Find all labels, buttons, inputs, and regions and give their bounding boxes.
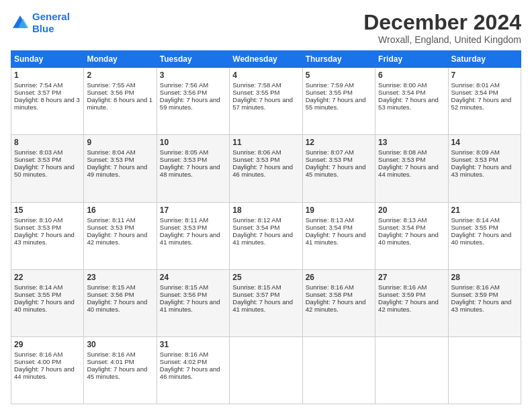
calendar-cell: 14 Sunrise: 8:09 AM Sunset: 3:53 PM Dayl… [448, 135, 521, 202]
sunset-label: Sunset: 4:02 PM [160, 358, 207, 365]
sunrise-label: Sunrise: 7:56 AM [160, 81, 208, 89]
daylight-label: Daylight: 7 hours and 48 minutes. [160, 163, 220, 178]
calendar-cell: 24 Sunrise: 8:15 AM Sunset: 3:56 PM Dayl… [157, 269, 229, 336]
sunset-label: Sunset: 3:56 PM [160, 89, 207, 96]
daylight-label: Daylight: 7 hours and 52 minutes. [451, 96, 512, 111]
day-number: 6 [378, 71, 445, 80]
day-header-wednesday: Wednesday [230, 51, 302, 68]
sunrise-label: Sunrise: 7:55 AM [87, 81, 135, 89]
sunset-label: Sunset: 3:56 PM [87, 291, 134, 298]
month-title: December 2024 [363, 11, 521, 34]
calendar-cell: 6 Sunrise: 8:00 AM Sunset: 3:54 PM Dayli… [375, 68, 448, 135]
sunset-label: Sunset: 3:56 PM [160, 291, 207, 298]
sunset-label: Sunset: 3:53 PM [14, 224, 61, 231]
sunrise-label: Sunrise: 8:08 AM [378, 148, 427, 156]
daylight-label: Daylight: 7 hours and 46 minutes. [232, 163, 293, 178]
calendar-week-2: 15 Sunrise: 8:10 AM Sunset: 3:53 PM Dayl… [11, 202, 521, 269]
calendar-week-4: 29 Sunrise: 8:16 AM Sunset: 4:00 PM Dayl… [11, 336, 521, 404]
calendar-cell: 28 Sunrise: 8:16 AM Sunset: 3:59 PM Dayl… [448, 269, 521, 336]
day-number: 12 [306, 138, 372, 147]
calendar-cell: 5 Sunrise: 7:59 AM Sunset: 3:55 PM Dayli… [302, 68, 375, 135]
daylight-label: Daylight: 7 hours and 59 minutes. [160, 96, 220, 111]
daylight-label: Daylight: 7 hours and 41 minutes. [306, 231, 366, 246]
calendar-cell [448, 336, 521, 404]
calendar-week-3: 22 Sunrise: 8:14 AM Sunset: 3:55 PM Dayl… [11, 269, 521, 336]
calendar-cell: 16 Sunrise: 8:11 AM Sunset: 3:53 PM Dayl… [84, 202, 157, 269]
day-number: 13 [378, 138, 445, 147]
daylight-label: Daylight: 7 hours and 50 minutes. [14, 163, 75, 178]
calendar-cell: 22 Sunrise: 8:14 AM Sunset: 3:55 PM Dayl… [11, 269, 84, 336]
sunset-label: Sunset: 3:54 PM [451, 89, 498, 96]
header: General Blue December 2024 Wroxall, Engl… [11, 11, 521, 45]
calendar-cell: 26 Sunrise: 8:16 AM Sunset: 3:58 PM Dayl… [302, 269, 375, 336]
sunrise-label: Sunrise: 8:15 AM [160, 283, 208, 291]
sunset-label: Sunset: 3:53 PM [306, 156, 353, 163]
calendar-cell: 9 Sunrise: 8:04 AM Sunset: 3:53 PM Dayli… [84, 135, 157, 202]
sunset-label: Sunset: 3:53 PM [87, 224, 134, 231]
title-block: December 2024 Wroxall, England, United K… [363, 11, 521, 45]
day-header-saturday: Saturday [448, 51, 521, 68]
sunset-label: Sunset: 3:59 PM [451, 291, 498, 298]
day-number: 29 [14, 340, 81, 349]
sunrise-label: Sunrise: 7:54 AM [14, 81, 62, 89]
location: Wroxall, England, United Kingdom [363, 34, 521, 45]
calendar-cell: 3 Sunrise: 7:56 AM Sunset: 3:56 PM Dayli… [157, 68, 229, 135]
sunset-label: Sunset: 3:54 PM [306, 224, 353, 231]
sunset-label: Sunset: 3:53 PM [232, 156, 279, 163]
daylight-label: Daylight: 7 hours and 45 minutes. [87, 365, 147, 380]
calendar-week-0: 1 Sunrise: 7:54 AM Sunset: 3:57 PM Dayli… [11, 68, 521, 135]
sunset-label: Sunset: 3:55 PM [451, 224, 498, 231]
sunrise-label: Sunrise: 8:14 AM [14, 283, 62, 291]
sunrise-label: Sunrise: 8:04 AM [87, 148, 135, 156]
day-header-friday: Friday [375, 51, 448, 68]
sunrise-label: Sunrise: 8:01 AM [451, 81, 500, 89]
day-header-sunday: Sunday [11, 51, 84, 68]
day-number: 26 [306, 273, 372, 282]
sunrise-label: Sunrise: 8:11 AM [87, 216, 135, 224]
calendar-cell: 1 Sunrise: 7:54 AM Sunset: 3:57 PM Dayli… [11, 68, 84, 135]
calendar-cell: 23 Sunrise: 8:15 AM Sunset: 3:56 PM Dayl… [84, 269, 157, 336]
day-number: 20 [378, 205, 445, 215]
daylight-label: Daylight: 7 hours and 40 minutes. [378, 231, 439, 246]
calendar-cell: 27 Sunrise: 8:16 AM Sunset: 3:59 PM Dayl… [375, 269, 448, 336]
calendar-cell: 21 Sunrise: 8:14 AM Sunset: 3:55 PM Dayl… [448, 202, 521, 269]
day-number: 31 [160, 340, 226, 349]
daylight-label: Daylight: 7 hours and 53 minutes. [378, 96, 439, 111]
sunset-label: Sunset: 4:00 PM [14, 358, 61, 365]
daylight-label: Daylight: 7 hours and 40 minutes. [87, 298, 147, 313]
daylight-label: Daylight: 7 hours and 42 minutes. [87, 231, 147, 246]
day-number: 3 [160, 71, 226, 80]
calendar-cell: 12 Sunrise: 8:07 AM Sunset: 3:53 PM Dayl… [302, 135, 375, 202]
calendar-cell: 30 Sunrise: 8:16 AM Sunset: 4:01 PM Dayl… [84, 336, 157, 404]
sunrise-label: Sunrise: 8:13 AM [378, 216, 427, 224]
sunset-label: Sunset: 3:53 PM [378, 156, 425, 163]
sunrise-label: Sunrise: 8:13 AM [306, 216, 354, 224]
calendar-cell: 11 Sunrise: 8:06 AM Sunset: 3:53 PM Dayl… [230, 135, 302, 202]
logo-text: General Blue [32, 11, 70, 35]
sunrise-label: Sunrise: 7:59 AM [306, 81, 354, 89]
sunset-label: Sunset: 3:55 PM [14, 291, 61, 298]
daylight-label: Daylight: 7 hours and 46 minutes. [160, 365, 220, 380]
day-number: 24 [160, 273, 226, 282]
calendar-cell: 29 Sunrise: 8:16 AM Sunset: 4:00 PM Dayl… [11, 336, 84, 404]
daylight-label: Daylight: 7 hours and 41 minutes. [232, 231, 293, 246]
calendar-cell: 2 Sunrise: 7:55 AM Sunset: 3:56 PM Dayli… [84, 68, 157, 135]
day-number: 25 [232, 273, 299, 282]
day-header-tuesday: Tuesday [157, 51, 229, 68]
daylight-label: Daylight: 8 hours and 1 minute. [87, 96, 152, 111]
day-number: 30 [87, 340, 153, 349]
day-header-thursday: Thursday [302, 51, 375, 68]
day-number: 7 [451, 71, 518, 80]
day-number: 19 [306, 205, 372, 215]
sunset-label: Sunset: 3:57 PM [14, 89, 61, 96]
sunset-label: Sunset: 3:59 PM [378, 291, 425, 298]
sunset-label: Sunset: 4:01 PM [87, 358, 134, 365]
sunrise-label: Sunrise: 8:14 AM [451, 216, 500, 224]
sunrise-label: Sunrise: 8:03 AM [14, 148, 62, 156]
day-number: 1 [14, 71, 81, 80]
sunrise-label: Sunrise: 8:15 AM [232, 283, 281, 291]
day-number: 5 [306, 71, 372, 80]
sunrise-label: Sunrise: 8:15 AM [87, 283, 135, 291]
daylight-label: Daylight: 7 hours and 43 minutes. [451, 298, 512, 313]
calendar-week-1: 8 Sunrise: 8:03 AM Sunset: 3:53 PM Dayli… [11, 135, 521, 202]
